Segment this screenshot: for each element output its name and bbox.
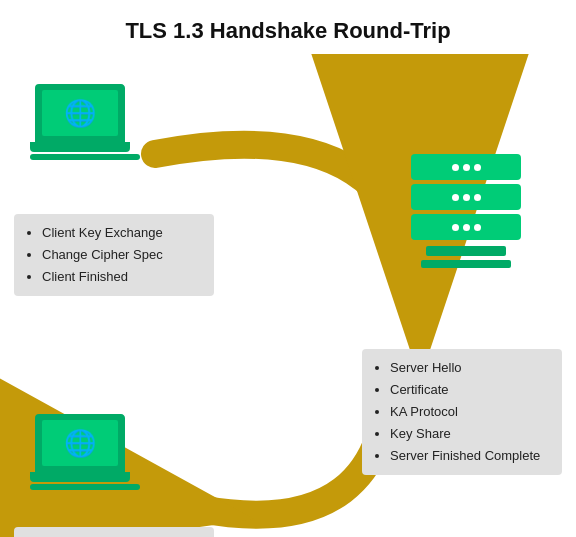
client-top-info-box: Client Key ExchangeChange Cipher SpecCli… [14, 214, 214, 296]
server-dot [474, 224, 481, 231]
server-list-item: Certificate [390, 379, 550, 401]
laptop-foot-bottom [30, 484, 140, 490]
server-unit-1 [411, 154, 521, 180]
server-right [411, 154, 521, 268]
server-dot [463, 194, 470, 201]
globe-icon-bottom: 🌐 [64, 428, 96, 459]
server-list-item: KA Protocol [390, 401, 550, 423]
client-top-list-item: Client Key Exchange [42, 222, 202, 244]
server-list-item: Server Finished Complete [390, 445, 550, 467]
client-top-list-item: Change Cipher Spec [42, 244, 202, 266]
server-dot [452, 224, 459, 231]
diagram-area: 🌐 Client Key ExchangeChange Cipher SpecC… [0, 54, 576, 537]
server-leg-base [421, 260, 511, 268]
laptop-foot-top [30, 154, 140, 160]
server-dot [474, 194, 481, 201]
client-bottom-info-box: Client Finished [14, 527, 214, 537]
laptop-screen-bottom: 🌐 [35, 414, 125, 472]
client-top: 🌐 [30, 84, 130, 159]
server-dot [463, 224, 470, 231]
server-unit-3 [411, 214, 521, 240]
server-unit-2 [411, 184, 521, 210]
server-list-item: Server Hello [390, 357, 550, 379]
globe-icon-top: 🌐 [64, 98, 96, 129]
laptop-screen-inner-bottom: 🌐 [42, 420, 118, 466]
server-stack [411, 154, 521, 268]
server-dot [463, 164, 470, 171]
server-dot [452, 194, 459, 201]
page-title: TLS 1.3 Handshake Round-Trip [0, 0, 576, 54]
client-top-list-item: Client Finished [42, 266, 202, 288]
server-leg [426, 246, 506, 256]
laptop-base-top [30, 142, 130, 152]
laptop-screen-inner-top: 🌐 [42, 90, 118, 136]
server-list-item: Key Share [390, 423, 550, 445]
laptop-base-bottom [30, 472, 130, 482]
client-top-list: Client Key ExchangeChange Cipher SpecCli… [26, 222, 202, 288]
server-info-box: Server HelloCertificateKA ProtocolKey Sh… [362, 349, 562, 475]
laptop-bottom: 🌐 [30, 414, 130, 489]
laptop-top: 🌐 [30, 84, 130, 159]
laptop-screen-top: 🌐 [35, 84, 125, 142]
client-bottom: 🌐 [30, 414, 130, 489]
server-dot [452, 164, 459, 171]
server-list: Server HelloCertificateKA ProtocolKey Sh… [374, 357, 550, 467]
server-dot [474, 164, 481, 171]
